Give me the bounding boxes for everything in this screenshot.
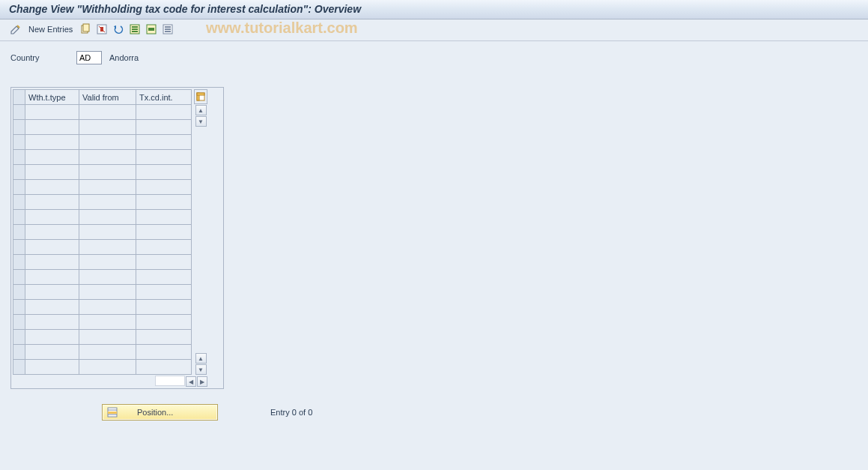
cell[interactable]: [136, 210, 192, 225]
cell[interactable]: [79, 210, 136, 225]
row-selector[interactable]: [13, 270, 25, 285]
scroll-down-end-button[interactable]: ▼: [195, 364, 207, 375]
table-row[interactable]: [13, 195, 192, 210]
scroll-up-end-button[interactable]: ▲: [195, 353, 207, 364]
cell[interactable]: [25, 105, 79, 120]
select-block-icon[interactable]: [145, 22, 158, 36]
table-row[interactable]: [13, 330, 192, 345]
table-settings-icon[interactable]: [194, 89, 207, 104]
row-selector[interactable]: [13, 105, 25, 120]
cell[interactable]: [79, 255, 136, 270]
row-selector[interactable]: [13, 135, 25, 150]
table-row[interactable]: [13, 180, 192, 195]
table-row[interactable]: [13, 105, 192, 120]
table-row[interactable]: [13, 135, 192, 150]
column-header-valid-from[interactable]: Valid from: [79, 90, 136, 105]
cell[interactable]: [136, 345, 192, 360]
cell[interactable]: [136, 255, 192, 270]
cell[interactable]: [25, 345, 79, 360]
scroll-left-button[interactable]: ◀: [186, 376, 196, 387]
cell[interactable]: [79, 300, 136, 315]
table-row[interactable]: [13, 225, 192, 240]
scroll-track-vertical[interactable]: [195, 127, 207, 352]
cell[interactable]: [136, 135, 192, 150]
cell[interactable]: [79, 165, 136, 180]
cell[interactable]: [79, 120, 136, 135]
cell[interactable]: [25, 150, 79, 165]
undo-icon[interactable]: [112, 22, 125, 36]
cell[interactable]: [79, 315, 136, 330]
row-selector[interactable]: [13, 285, 25, 300]
cell[interactable]: [79, 135, 136, 150]
table-row[interactable]: [13, 150, 192, 165]
scroll-up-button[interactable]: ▲: [195, 105, 207, 115]
new-entries-button[interactable]: New Entries: [25, 24, 76, 34]
cell[interactable]: [25, 300, 79, 315]
table-row[interactable]: [13, 360, 192, 375]
cell[interactable]: [79, 240, 136, 255]
cell[interactable]: [25, 285, 79, 300]
cell[interactable]: [25, 195, 79, 210]
cell[interactable]: [25, 255, 79, 270]
row-selector[interactable]: [13, 210, 25, 225]
cell[interactable]: [79, 270, 136, 285]
select-all-icon[interactable]: [128, 22, 142, 36]
cell[interactable]: [79, 285, 136, 300]
cell[interactable]: [136, 315, 192, 330]
row-selector[interactable]: [13, 240, 25, 255]
scroll-down-button[interactable]: ▼: [195, 116, 207, 127]
deselect-icon[interactable]: [161, 22, 174, 36]
cell[interactable]: [79, 150, 136, 165]
table-row[interactable]: [13, 165, 192, 180]
table-row[interactable]: [13, 285, 192, 300]
table-row[interactable]: [13, 255, 192, 270]
cell[interactable]: [25, 165, 79, 180]
cell[interactable]: [79, 330, 136, 345]
row-selector[interactable]: [13, 315, 25, 330]
cell[interactable]: [136, 120, 192, 135]
position-button[interactable]: Position...: [102, 404, 218, 421]
cell[interactable]: [25, 270, 79, 285]
cell[interactable]: [136, 300, 192, 315]
cell[interactable]: [136, 270, 192, 285]
cell[interactable]: [136, 330, 192, 345]
cell[interactable]: [136, 105, 192, 120]
row-selector[interactable]: [13, 165, 25, 180]
cell[interactable]: [25, 180, 79, 195]
table-row[interactable]: [13, 270, 192, 285]
change-icon[interactable]: [9, 22, 22, 36]
cell[interactable]: [25, 330, 79, 345]
cell[interactable]: [25, 360, 79, 375]
row-selector[interactable]: [13, 300, 25, 315]
table-row[interactable]: [13, 210, 192, 225]
cell[interactable]: [79, 180, 136, 195]
cell[interactable]: [79, 105, 136, 120]
column-header-wth-type[interactable]: Wth.t.type: [25, 90, 79, 105]
row-selector[interactable]: [13, 150, 25, 165]
cell[interactable]: [136, 195, 192, 210]
cell[interactable]: [136, 180, 192, 195]
cell[interactable]: [136, 285, 192, 300]
cell[interactable]: [79, 360, 136, 375]
table-row[interactable]: [13, 240, 192, 255]
column-header-tx-cd-int[interactable]: Tx.cd.int.: [136, 90, 192, 105]
table-row[interactable]: [13, 300, 192, 315]
row-selector[interactable]: [13, 255, 25, 270]
table-row[interactable]: [13, 345, 192, 360]
scroll-track-horizontal[interactable]: [155, 376, 185, 386]
country-input[interactable]: [76, 51, 102, 64]
row-selector[interactable]: [13, 120, 25, 135]
cell[interactable]: [136, 150, 192, 165]
row-selector-header[interactable]: [13, 90, 25, 105]
cell[interactable]: [79, 345, 136, 360]
cell[interactable]: [136, 240, 192, 255]
row-selector[interactable]: [13, 345, 25, 360]
cell[interactable]: [136, 360, 192, 375]
copy-icon[interactable]: [79, 22, 92, 36]
table-row[interactable]: [13, 120, 192, 135]
cell[interactable]: [79, 225, 136, 240]
cell[interactable]: [25, 315, 79, 330]
cell[interactable]: [25, 210, 79, 225]
cell[interactable]: [25, 225, 79, 240]
scroll-right-button[interactable]: ▶: [197, 376, 207, 387]
